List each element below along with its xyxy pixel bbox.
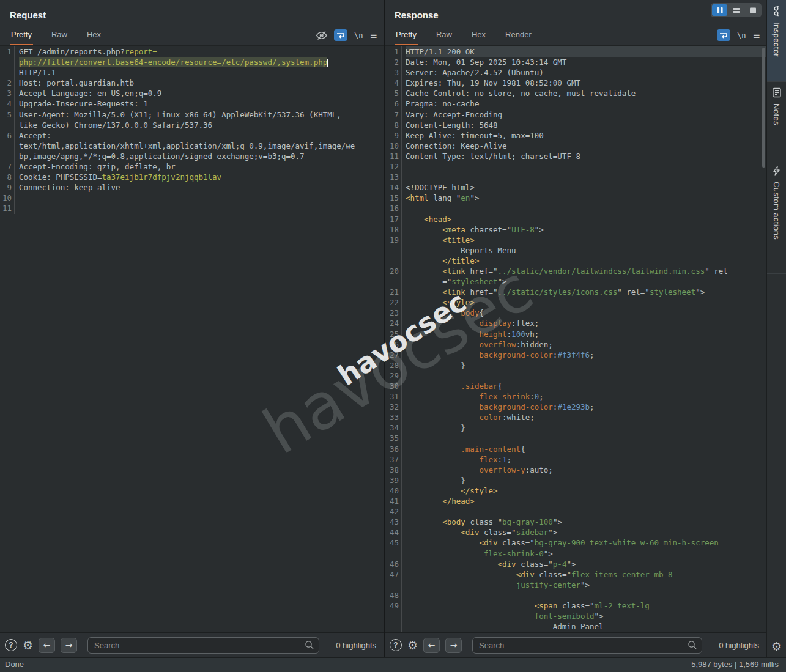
show-newlines-button[interactable]: \n	[737, 31, 746, 40]
sidebar-settings-gear-icon[interactable]: ⚙	[771, 641, 782, 652]
code-row: 39 }	[385, 475, 766, 486]
code-row: 11	[0, 203, 384, 213]
request-tab-raw[interactable]: Raw	[50, 30, 69, 45]
split-panels: Request PrettyRawHex	[0, 0, 766, 657]
code-row: 37 flex:1;	[385, 454, 766, 465]
response-searchbar: ? ⚙ ← → 0 highlights	[385, 632, 766, 657]
editor-menu-button[interactable]: ≡	[369, 30, 377, 41]
line-number	[385, 256, 402, 266]
line-number: 46	[385, 559, 402, 569]
code-row: 3Accept-Language: en-US,en;q=0.9	[0, 88, 384, 98]
code-row: Admin Panel	[385, 621, 766, 632]
code-row: 7Accept-Encoding: gzip, deflate, br	[0, 161, 384, 172]
sidebar-tab-inspector[interactable]: Inspector	[767, 0, 786, 82]
code-row: 18 <meta charset="UTF-8">	[385, 224, 766, 235]
line-number: 9	[385, 130, 402, 141]
code-row: 2Host: portal.guardian.htb	[0, 78, 384, 88]
line-number: 16	[385, 203, 402, 213]
editor-menu-button[interactable]: ≡	[752, 30, 760, 41]
line-number: 39	[385, 475, 402, 486]
code-row: justify-center">	[385, 580, 766, 590]
search-settings-gear-icon[interactable]: ⚙	[407, 640, 418, 651]
next-match-button[interactable]: →	[61, 638, 77, 653]
columns-layout-button[interactable]	[712, 4, 727, 16]
line-number: 27	[385, 350, 402, 360]
search-icon	[688, 640, 697, 650]
code-row: 30 .sidebar{	[385, 381, 766, 391]
code-row: 45 <div class="bg-gray-900 text-white w-…	[385, 537, 766, 548]
line-number: 32	[385, 402, 402, 412]
line-number: 25	[385, 329, 402, 339]
request-tab-hex[interactable]: Hex	[86, 30, 102, 45]
line-number: 5	[385, 88, 402, 98]
line-number: 6	[0, 130, 15, 141]
word-wrap-button[interactable]	[334, 29, 347, 41]
response-scrollbar[interactable]	[762, 48, 765, 168]
line-number: 48	[385, 590, 402, 600]
hide-eye-icon[interactable]	[316, 31, 327, 40]
line-number: 49	[385, 600, 402, 611]
line-number: 15	[385, 193, 402, 203]
code-row: HTTP/1.1	[0, 67, 384, 78]
code-row: 44 <div class="sidebar">	[385, 527, 766, 537]
line-number	[0, 151, 15, 161]
previous-match-button[interactable]: ←	[39, 638, 55, 653]
line-number: 19	[385, 235, 402, 245]
response-editor[interactable]: 1HTTP/1.1 200 OK2Date: Mon, 01 Sep 2025 …	[385, 46, 766, 632]
code-row: 34 }	[385, 423, 766, 433]
code-row: 12	[385, 161, 766, 172]
search-input[interactable]	[472, 637, 702, 654]
code-row: 20 <link href="../static/vendor/tailwind…	[385, 266, 766, 276]
code-row: 11Content-Type: text/html; charset=UTF-8	[385, 151, 766, 161]
code-row: flex-shrink-0">	[385, 548, 766, 559]
code-row: Reports Menu	[385, 245, 766, 256]
help-button[interactable]: ?	[5, 639, 17, 651]
line-number	[385, 611, 402, 621]
inspector-icon	[771, 6, 782, 17]
code-row: 33 color:white;	[385, 412, 766, 423]
code-row: 9Connection: keep-alive	[0, 182, 384, 193]
request-tab-pretty[interactable]: Pretty	[10, 30, 33, 45]
sidebar-tab-notes[interactable]: Notes	[767, 82, 786, 160]
code-row: 6Accept:	[0, 130, 384, 141]
code-row: 6Pragma: no-cache	[385, 98, 766, 109]
line-number: 22	[385, 297, 402, 308]
next-match-button[interactable]: →	[445, 638, 462, 653]
code-row: 27 background-color:#f3f4f6;	[385, 350, 766, 360]
search-input[interactable]	[87, 637, 319, 654]
code-row: 49 <span class="ml-2 text-lg	[385, 600, 766, 611]
line-number: 7	[0, 161, 15, 172]
search-settings-gear-icon[interactable]: ⚙	[23, 640, 33, 651]
response-tab-raw[interactable]: Raw	[435, 30, 453, 45]
single-layout-button[interactable]	[745, 4, 760, 16]
request-editor[interactable]: 1GET /admin/reports.php?report=php://fil…	[0, 46, 384, 632]
code-row: 41 </head>	[385, 496, 766, 506]
request-panel: Request PrettyRawHex	[0, 0, 384, 657]
line-number: 28	[385, 360, 402, 371]
line-number: 1	[0, 46, 15, 57]
code-row: 42	[385, 506, 766, 517]
rows-layout-button[interactable]	[729, 4, 744, 16]
code-row: 8Content-Length: 5648	[385, 120, 766, 130]
line-number: 47	[385, 569, 402, 580]
sidebar-tab-custom-actions[interactable]: Custom actions	[767, 160, 786, 274]
code-row: 10	[0, 193, 384, 203]
response-toolbar: \n ≡	[717, 29, 760, 41]
code-row: 16	[385, 203, 766, 213]
code-row: 29	[385, 371, 766, 381]
show-newlines-button[interactable]: \n	[354, 31, 363, 40]
line-number: 1	[385, 46, 402, 57]
help-button[interactable]: ?	[390, 639, 402, 651]
word-wrap-button[interactable]	[717, 29, 730, 41]
response-tab-hex[interactable]: Hex	[470, 30, 487, 45]
response-tab-pretty[interactable]: Pretty	[395, 30, 418, 45]
previous-match-button[interactable]: ←	[423, 638, 440, 653]
code-row: 13	[385, 172, 766, 182]
line-number: 41	[385, 496, 402, 506]
response-tab-render[interactable]: Render	[504, 30, 533, 45]
line-number: 35	[385, 433, 402, 443]
response-size-text: 5,987 bytes | 1,569 millis	[691, 660, 779, 669]
line-number: 2	[385, 57, 402, 67]
line-number	[385, 276, 402, 287]
line-number: 12	[385, 161, 402, 172]
